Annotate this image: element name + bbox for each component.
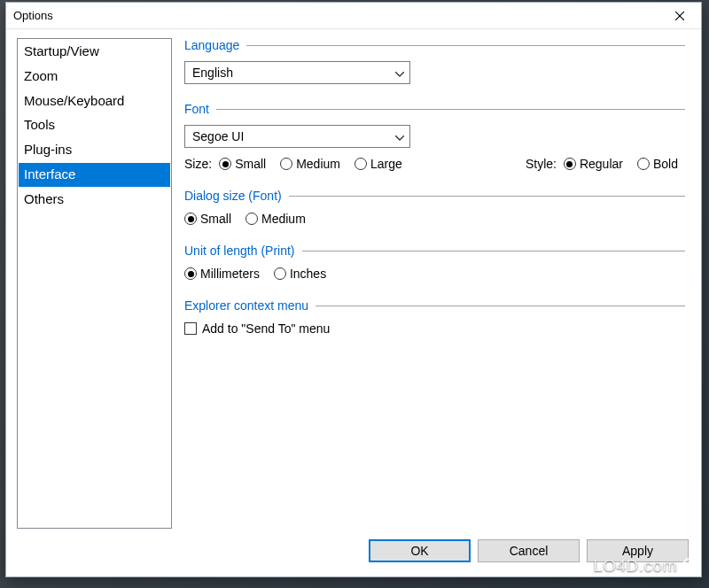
group-context-menu: Explorer context menu Add to "Send To" m… [184, 298, 685, 336]
size-label: Size: [184, 157, 212, 171]
radio-label: Medium [296, 157, 340, 171]
close-button[interactable] [660, 4, 699, 28]
style-label: Style: [526, 157, 557, 171]
checkbox-icon [184, 322, 197, 335]
group-label: Font [184, 102, 209, 116]
sidebar-item-label: Plug-ins [24, 142, 72, 157]
button-label: OK [410, 544, 428, 558]
radio-icon [280, 158, 292, 170]
radio-style-bold[interactable]: Bold [637, 157, 678, 171]
settings-panel: Language English Font Segoe UI [184, 38, 690, 529]
context-menu-row: Add to "Send To" menu [184, 321, 685, 336]
radio-label: Small [235, 157, 266, 171]
language-dropdown[interactable]: English [184, 61, 410, 84]
radio-style-regular[interactable]: Regular [564, 157, 623, 171]
group-dialog-size: Dialog size (Font) Small Medium [184, 189, 685, 226]
window-title: Options [13, 9, 660, 22]
group-divider [289, 196, 685, 197]
chevron-down-icon [395, 66, 404, 80]
sidebar-item-mouse-keyboard[interactable]: Mouse/Keyboard [19, 89, 170, 113]
group-unit: Unit of length (Print) Millimeters Inche… [184, 244, 685, 281]
radio-size-small[interactable]: Small [219, 157, 266, 171]
group-label: Explorer context menu [184, 298, 308, 313]
group-header-font: Font [184, 102, 685, 116]
radio-label: Regular [580, 157, 623, 171]
checkbox-label: Add to "Send To" menu [202, 321, 330, 336]
radio-label: Small [200, 212, 231, 226]
radio-icon [245, 213, 258, 225]
sidebar-item-label: Startup/View [24, 43, 99, 58]
radio-icon [184, 213, 197, 225]
radio-dialog-medium[interactable]: Medium [245, 212, 306, 226]
sidebar-item-label: Tools [24, 117, 55, 132]
group-header-unit: Unit of length (Print) [184, 244, 685, 258]
group-divider [316, 306, 685, 306]
radio-unit-millimeters[interactable]: Millimeters [184, 267, 260, 281]
group-divider [302, 251, 686, 251]
button-label: Apply [622, 544, 653, 558]
chevron-down-icon [395, 129, 404, 143]
radio-icon [219, 158, 231, 170]
radio-icon [274, 267, 286, 280]
font-size-row: Size: Small Medium Large Style: [184, 157, 685, 171]
sidebar-item-tools[interactable]: Tools [19, 113, 170, 137]
font-dropdown[interactable]: Segoe UI [184, 125, 410, 148]
radio-label: Millimeters [200, 267, 260, 281]
group-label: Unit of length (Print) [184, 244, 295, 258]
dialog-body: Startup/View Zoom Mouse/Keyboard Tools P… [6, 29, 701, 534]
radio-label: Large [370, 157, 402, 171]
apply-button[interactable]: Apply [587, 539, 689, 562]
group-divider [246, 45, 685, 46]
group-header-dialog-size: Dialog size (Font) [184, 189, 685, 203]
group-header-language: Language [184, 38, 685, 52]
checkbox-send-to[interactable]: Add to "Send To" menu [184, 321, 330, 336]
sidebar-item-label: Mouse/Keyboard [24, 93, 124, 108]
dialog-footer: OK Cancel Apply [6, 534, 701, 576]
radio-label: Inches [290, 267, 326, 281]
group-label: Language [184, 38, 239, 52]
sidebar-item-plugins[interactable]: Plug-ins [19, 138, 170, 162]
sidebar-item-startup-view[interactable]: Startup/View [19, 40, 170, 64]
cancel-button[interactable]: Cancel [478, 539, 580, 562]
button-label: Cancel [510, 544, 549, 558]
sidebar-item-label: Zoom [24, 68, 58, 83]
sidebar-item-interface[interactable]: Interface [19, 163, 170, 187]
radio-size-medium[interactable]: Medium [280, 157, 340, 171]
dialog-size-row: Small Medium [184, 212, 685, 226]
dropdown-value: English [192, 66, 233, 80]
radio-dialog-small[interactable]: Small [184, 212, 231, 226]
titlebar: Options [6, 3, 701, 29]
group-header-context-menu: Explorer context menu [184, 298, 685, 313]
sidebar-item-others[interactable]: Others [19, 188, 170, 212]
sidebar-item-label: Interface [24, 166, 75, 182]
radio-size-large[interactable]: Large [354, 157, 402, 171]
options-dialog: Options Startup/View Zoom Mouse/Keyboard… [5, 2, 702, 577]
group-divider [216, 109, 685, 110]
dropdown-value: Segoe UI [192, 129, 244, 143]
radio-unit-inches[interactable]: Inches [274, 267, 326, 281]
group-language: Language English [184, 38, 685, 84]
radio-icon [184, 267, 197, 280]
unit-row: Millimeters Inches [184, 267, 685, 281]
group-label: Dialog size (Font) [184, 189, 282, 203]
radio-label: Bold [653, 157, 678, 171]
radio-icon [564, 158, 576, 170]
close-icon [675, 12, 684, 20]
radio-icon [637, 158, 650, 170]
radio-label: Medium [261, 212, 306, 226]
sidebar-item-zoom[interactable]: Zoom [19, 65, 170, 89]
sidebar-item-label: Others [24, 191, 64, 206]
category-sidebar[interactable]: Startup/View Zoom Mouse/Keyboard Tools P… [17, 38, 172, 529]
radio-icon [354, 158, 367, 170]
ok-button[interactable]: OK [369, 539, 471, 562]
group-font: Font Segoe UI Size: Small [184, 102, 685, 171]
